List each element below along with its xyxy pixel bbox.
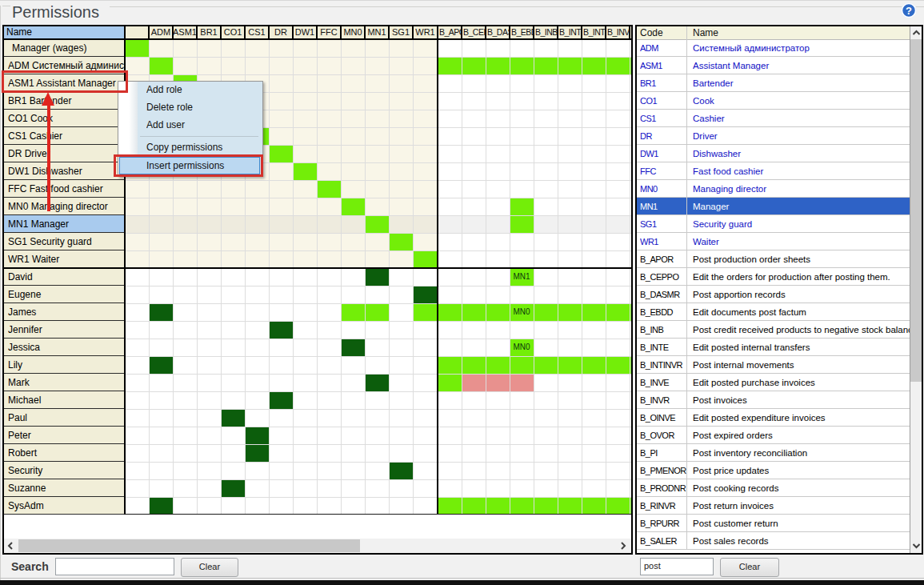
- svg-text:?: ?: [906, 5, 912, 17]
